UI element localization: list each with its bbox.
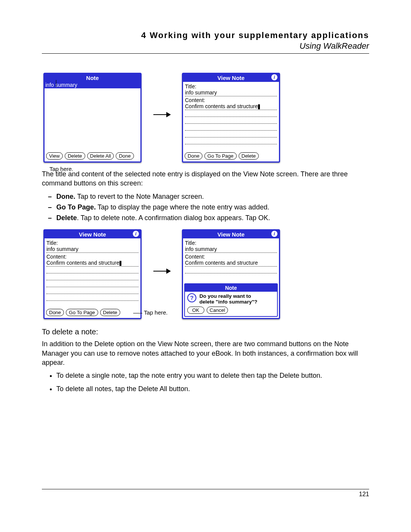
- intro-paragraph: The title and content of the selected no…: [42, 169, 369, 188]
- delete-all-button[interactable]: Delete All: [87, 152, 114, 160]
- cancel-button[interactable]: Cancel: [207, 307, 228, 314]
- arrow-right-icon: [153, 111, 171, 120]
- view-note-screen: View Note i Title: info summary Content:…: [182, 73, 280, 163]
- text-cursor-icon: [119, 261, 121, 266]
- content-line[interactable]: [46, 287, 139, 294]
- info-icon[interactable]: i: [271, 74, 277, 80]
- bullet-list: To delete a single note, tap the note en…: [42, 371, 369, 393]
- delete-button[interactable]: Delete: [100, 309, 121, 316]
- dialog-titlebar: Note: [185, 284, 277, 292]
- done-button[interactable]: Done: [185, 152, 202, 160]
- content-line[interactable]: [185, 137, 277, 144]
- text-cursor-icon: [258, 104, 260, 109]
- list-item: Delete. Tap to delete note. A confirmati…: [56, 213, 369, 222]
- page-header: 4 Working with your supplementary applic…: [42, 30, 369, 54]
- content-line[interactable]: [185, 124, 277, 131]
- page-number: 121: [359, 491, 369, 497]
- content-value[interactable]: Confirm contents and structure: [46, 260, 139, 267]
- manual-page: 4 Working with your supplementary applic…: [0, 0, 411, 532]
- paragraph: In addition to the Delete option on the …: [42, 339, 369, 367]
- tap-here-callout: Tap here.: [133, 309, 168, 320]
- callout-tick: [56, 80, 56, 87]
- content-line[interactable]: [185, 110, 277, 117]
- content-line[interactable]: [46, 301, 139, 307]
- content-line[interactable]: [185, 131, 277, 137]
- title-value[interactable]: info summary: [185, 89, 277, 96]
- view-note-with-dialog: View Note i Title: info summary Content:…: [182, 229, 280, 319]
- section-title: Using WalkReader: [42, 41, 369, 51]
- subheading: To delete a note:: [42, 327, 369, 337]
- list-item: To delete all notes, tap the Delete All …: [56, 384, 369, 393]
- tap-here-callout: Tap here.: [49, 166, 73, 172]
- note-manager-title: Note: [86, 75, 99, 81]
- view-button[interactable]: View: [46, 152, 63, 160]
- go-to-page-button[interactable]: Go To Page: [204, 152, 236, 160]
- view-note-title: View Note: [217, 75, 244, 81]
- title-label: Title:: [46, 240, 139, 246]
- svg-marker-3: [166, 268, 171, 274]
- title-value[interactable]: info summary: [46, 246, 139, 253]
- done-button[interactable]: Done: [46, 309, 64, 316]
- title-label: Title:: [185, 240, 277, 246]
- screens-row-1: Note info summary View Delete Delete All…: [42, 73, 369, 163]
- question-icon: ?: [187, 293, 196, 302]
- note-manager-screen: Note info summary View Delete Delete All…: [43, 73, 142, 163]
- content-line[interactable]: [185, 144, 277, 151]
- content-line[interactable]: [46, 273, 139, 280]
- list-item: To delete a single note, tap the note en…: [56, 371, 369, 380]
- title-value[interactable]: info summary: [185, 246, 277, 253]
- go-to-page-button[interactable]: Go To Page: [66, 309, 98, 316]
- info-icon[interactable]: i: [271, 231, 277, 237]
- command-list: Done. Tap to revert to the Note Manager …: [42, 192, 369, 223]
- confirm-delete-dialog: Note ? Do you really want to delete "inf…: [184, 283, 278, 317]
- content-line[interactable]: [185, 117, 277, 124]
- list-item: Go To Page. Tap to display the page wher…: [56, 203, 369, 212]
- content-label: Content:: [185, 254, 277, 260]
- list-item: Done. Tap to revert to the Note Manager …: [56, 192, 369, 201]
- body-text: The title and content of the selected no…: [42, 169, 369, 222]
- content-value[interactable]: Confirm contents and structure: [185, 260, 277, 267]
- content-line[interactable]: [46, 267, 139, 273]
- content-line[interactable]: [46, 294, 139, 301]
- content-line[interactable]: [185, 267, 277, 273]
- page-footer: 121: [42, 489, 369, 498]
- content-value[interactable]: Confirm contents and structure: [185, 103, 277, 110]
- view-note-title: View Note: [217, 231, 244, 238]
- callout-leader-line: [133, 313, 142, 313]
- svg-marker-1: [166, 112, 171, 117]
- chapter-title: Working with your supplementary applicat…: [150, 30, 369, 40]
- note-manager-titlebar: Note: [45, 74, 140, 82]
- screens-row-2: View Note i Title: info summary Content:…: [42, 229, 369, 319]
- view-note-title: View Note: [79, 231, 106, 238]
- info-icon[interactable]: i: [133, 231, 139, 237]
- chapter-number: 4: [141, 30, 147, 40]
- done-button[interactable]: Done: [116, 152, 134, 160]
- delete-button[interactable]: Delete: [65, 152, 85, 160]
- content-label: Content:: [46, 254, 139, 260]
- arrow-right-icon: [153, 267, 171, 276]
- content-label: Content:: [185, 97, 277, 103]
- content-line[interactable]: [46, 280, 139, 287]
- note-entry-selected[interactable]: info summary: [45, 82, 140, 88]
- ok-button[interactable]: OK: [187, 307, 204, 314]
- view-note-screen: View Note i Title: info summary Content:…: [43, 229, 142, 319]
- title-label: Title:: [185, 83, 277, 89]
- delete-button[interactable]: Delete: [239, 152, 259, 160]
- dialog-message: Do you really want to delete "info summa…: [199, 293, 257, 305]
- body-text: To delete a note: In addition to the Del…: [42, 327, 369, 393]
